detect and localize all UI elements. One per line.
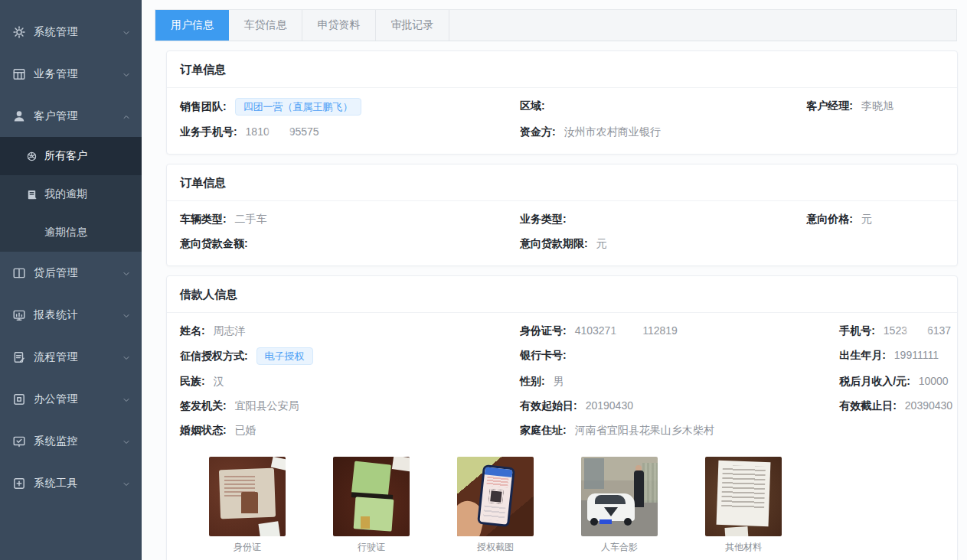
green-booklet-photo[interactable] <box>333 457 410 536</box>
field-marital-status: 婚姻状态: 已婚 <box>180 422 520 438</box>
grid-icon <box>12 67 26 81</box>
wheel-icon <box>26 151 38 162</box>
photo-caption: 授权截图 <box>457 541 534 554</box>
id-card-photo[interactable] <box>209 457 286 536</box>
sidebar-item-label: 业务管理 <box>34 67 122 81</box>
office-box-icon <box>12 392 26 406</box>
field-id-number: 身份证号: 4103271112819 <box>520 323 839 339</box>
app-window: 系统管理 业务管理 客户管理 所有客户 <box>0 0 967 560</box>
gear-icon <box>12 25 26 39</box>
card-title: 订单信息 <box>167 51 957 87</box>
sidebar-item-label: 流程管理 <box>34 350 122 364</box>
sidebar-item-label: 系统监控 <box>34 435 122 448</box>
sidebar-subitem-my-overdue[interactable]: 我的逾期 <box>0 175 142 213</box>
document-photo-row: 身份证 行驶证 授权截图 <box>167 452 957 554</box>
redaction-mask <box>907 324 926 337</box>
customer-management-submenu: 所有客户 我的逾期 逾期信息 <box>0 137 142 252</box>
sidebar-item-label: 系统管理 <box>34 25 122 39</box>
photo-item: 行驶证 <box>333 457 410 554</box>
field-vehicle-type: 车辆类型: 二手车 <box>180 211 520 227</box>
toolbox-icon <box>12 477 26 490</box>
field-gender: 性别: 男 <box>520 373 839 389</box>
card-title: 订单信息 <box>167 164 957 200</box>
field-valid-to: 有效截止日: 20390430 <box>839 398 944 414</box>
tab-user-info[interactable]: 用户信息 <box>155 10 229 41</box>
redaction-mask <box>270 125 289 138</box>
order-intent-card: 订单信息 车辆类型: 二手车 业务类型: 意向价格: 元 意向贷款金额: <box>166 164 958 266</box>
paper-doc-photo[interactable] <box>705 457 782 536</box>
tab-car-loan-info[interactable]: 车贷信息 <box>229 10 302 41</box>
field-issuing-authority: 签发机关: 宜阳县公安局 <box>180 398 520 414</box>
sidebar-item-postloan-management[interactable]: 贷后管理 <box>0 252 142 294</box>
field-intent-loan-amount: 意向贷款金额: <box>180 236 520 252</box>
sidebar-subitem-label: 所有客户 <box>44 149 87 163</box>
sidebar-item-customer-management[interactable]: 客户管理 <box>0 95 142 137</box>
credit-auth-tag[interactable]: 电子授权 <box>256 347 313 365</box>
user-icon <box>12 109 26 123</box>
field-bank-card: 银行卡号: <box>520 347 839 365</box>
sidebar-subitem-all-customers[interactable]: 所有客户 <box>0 137 142 175</box>
sidebar-item-process-management[interactable]: 流程管理 <box>0 336 142 378</box>
field-ethnicity: 民族: 汉 <box>180 373 520 389</box>
field-empty <box>839 422 944 438</box>
sidebar-item-label: 系统工具 <box>34 477 122 490</box>
sidebar-item-office-management[interactable]: 办公管理 <box>0 378 142 420</box>
sales-team-tag[interactable]: 四团一营（直属王鹏飞） <box>235 98 361 116</box>
chevron-down-icon <box>122 28 131 37</box>
sidebar-item-label: 报表统计 <box>34 308 122 322</box>
sidebar-subitem-overdue-info[interactable]: 逾期信息 <box>0 213 142 252</box>
field-business-type: 业务类型: <box>520 211 806 227</box>
field-home-address: 家庭住址: 河南省宜阳县花果山乡木柴村 <box>520 422 839 438</box>
chart-monitor-icon <box>12 308 26 322</box>
chevron-down-icon <box>122 395 131 404</box>
photo-caption: 行驶证 <box>333 541 410 554</box>
redaction-mask <box>617 324 642 337</box>
field-intent-loan-term: 意向贷款期限: 元 <box>520 236 806 252</box>
field-empty <box>806 124 944 140</box>
field-birth-date: 出生年月: 19911111 <box>839 347 944 365</box>
order-info-card: 订单信息 销售团队: 四团一营（直属王鹏飞） 区域: 客户经理: 李晓旭 业务手… <box>166 50 958 155</box>
chevron-down-icon <box>122 269 131 278</box>
field-credit-auth-method: 征信授权方式: 电子授权 <box>180 347 520 365</box>
tab-approval-records[interactable]: 审批记录 <box>376 10 449 41</box>
photo-item: 人车合影 <box>581 457 658 554</box>
chevron-down-icon <box>122 311 131 320</box>
phone-qr-photo[interactable] <box>457 457 534 536</box>
car-person-photo[interactable] <box>581 457 658 536</box>
sidebar-item-system-management[interactable]: 系统管理 <box>0 11 142 53</box>
sidebar-item-report-statistics[interactable]: 报表统计 <box>0 294 142 336</box>
photo-item: 授权截图 <box>457 457 534 554</box>
field-funder: 资金方: 汝州市农村商业银行 <box>520 124 806 140</box>
sidebar-item-system-tools[interactable]: 系统工具 <box>0 462 142 504</box>
field-monthly-income: 税后月收入/元: 10000 <box>839 373 944 389</box>
open-book-icon <box>12 266 26 280</box>
sidebar-item-label: 贷后管理 <box>34 266 122 280</box>
sidebar-item-business-management[interactable]: 业务管理 <box>0 53 142 95</box>
notebook-icon <box>26 189 38 200</box>
field-customer-manager: 客户经理: 李晓旭 <box>806 98 944 116</box>
chevron-down-icon <box>122 479 131 488</box>
clipboard-pen-icon <box>12 350 26 364</box>
photo-caption: 身份证 <box>209 541 286 554</box>
field-business-phone: 业务手机号: 181095575 <box>180 124 520 140</box>
chevron-down-icon <box>122 437 131 446</box>
sidebar-subitem-label: 逾期信息 <box>44 226 87 239</box>
main-content: 用户信息 车贷信息 申贷资料 审批记录 订单信息 销售团队: 四团一营（直属王鹏… <box>142 0 967 560</box>
sidebar-subitem-label: 我的逾期 <box>44 187 87 201</box>
field-phone: 手机号: 15236137 <box>839 323 944 339</box>
photo-item: 身份证 <box>209 457 286 554</box>
field-sales-team: 销售团队: 四团一营（直属王鹏飞） <box>180 98 520 116</box>
sidebar-item-system-monitor[interactable]: 系统监控 <box>0 420 142 462</box>
sidebar-item-label: 客户管理 <box>34 109 122 123</box>
sidebar-item-label: 办公管理 <box>34 392 122 406</box>
card-title: 借款人信息 <box>167 276 957 312</box>
field-name: 姓名: 周志洋 <box>180 323 520 339</box>
chevron-up-icon <box>122 112 131 121</box>
borrower-info-card: 借款人信息 姓名: 周志洋 身份证号: 4103271112819 手机号: 1… <box>166 275 958 560</box>
photo-caption: 其他材料 <box>705 541 782 554</box>
field-valid-from: 有效起始日: 20190430 <box>520 398 839 414</box>
field-region: 区域: <box>520 98 806 116</box>
photo-item: 其他材料 <box>705 457 782 554</box>
chevron-down-icon <box>122 353 131 362</box>
tab-loan-application-docs[interactable]: 申贷资料 <box>302 10 376 41</box>
